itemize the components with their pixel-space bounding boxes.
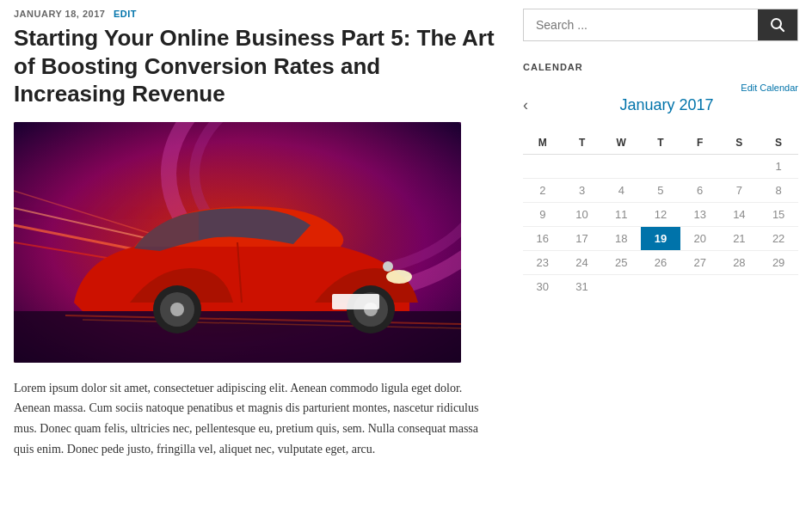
calendar-day-cell[interactable]: 19 (641, 227, 680, 251)
svg-point-17 (386, 270, 412, 284)
calendar-day-header: S (759, 132, 798, 155)
calendar-day-cell (563, 155, 602, 179)
calendar-day-cell[interactable]: 29 (759, 251, 798, 275)
calendar-day-cell (523, 155, 563, 179)
calendar-day-cell[interactable]: 20 (680, 227, 720, 251)
calendar-day-cell[interactable]: 6 (680, 179, 720, 203)
calendar-day-cell[interactable]: 7 (720, 179, 760, 203)
calendar-header-row: Edit Calendar (523, 83, 798, 93)
calendar-day-cell[interactable]: 13 (680, 203, 720, 227)
calendar-day-cell[interactable]: 23 (523, 251, 563, 275)
calendar-day-cell[interactable]: 15 (759, 203, 798, 227)
calendar-day-cell[interactable]: 28 (720, 251, 760, 275)
calendar-day-cell[interactable]: 10 (563, 203, 602, 227)
calendar-day-cell (680, 155, 720, 179)
calendar-nav: ‹ January 2017 (523, 96, 798, 121)
sidebar: CALENDAR Edit Calendar ‹ January 2017 MT… (523, 9, 798, 460)
calendar-day-cell[interactable]: 5 (641, 179, 680, 203)
calendar-day-cell[interactable]: 3 (563, 179, 602, 203)
calendar-day-cell[interactable]: 12 (641, 203, 680, 227)
calendar-day-cell (720, 275, 760, 299)
svg-point-16 (170, 303, 184, 316)
svg-point-18 (383, 261, 393, 272)
calendar-day-header: T (563, 132, 602, 155)
calendar-day-cell[interactable]: 30 (523, 275, 563, 299)
calendar-day-cell[interactable]: 18 (601, 227, 641, 251)
calendar-day-cell (759, 275, 798, 299)
search-input[interactable] (524, 9, 758, 40)
edit-calendar-link[interactable]: Edit Calendar (741, 83, 798, 93)
calendar-day-cell[interactable]: 9 (523, 203, 563, 227)
calendar-day-header: M (523, 132, 563, 155)
calendar-day-cell[interactable]: 24 (563, 251, 602, 275)
calendar-day-header: F (680, 132, 720, 155)
calendar-prev-button[interactable]: ‹ (523, 96, 528, 114)
calendar-day-cell[interactable]: 2 (523, 179, 563, 203)
page-layout: JANUARY 18, 2017 EDIT Starting Your Onli… (14, 9, 798, 460)
calendar-day-cell[interactable]: 1 (759, 155, 798, 179)
svg-line-21 (780, 28, 784, 32)
calendar-day-cell (601, 155, 641, 179)
post-date: JANUARY 18, 2017 (14, 9, 105, 19)
calendar-day-cell[interactable]: 11 (601, 203, 641, 227)
calendar-day-cell (601, 275, 641, 299)
calendar-day-cell[interactable]: 16 (523, 227, 563, 251)
calendar-day-cell[interactable]: 17 (563, 227, 602, 251)
calendar-day-cell[interactable]: 27 (680, 251, 720, 275)
calendar-day-cell[interactable]: 31 (563, 275, 602, 299)
calendar-month-year: January 2017 (535, 96, 798, 114)
search-button[interactable] (758, 9, 797, 40)
calendar-section-title: CALENDAR (523, 62, 798, 72)
calendar-day-cell (641, 275, 680, 299)
search-icon (770, 17, 785, 33)
post-title: Starting Your Online Business Part 5: Th… (14, 24, 495, 108)
calendar-day-cell[interactable]: 4 (601, 179, 641, 203)
calendar-day-cell[interactable]: 26 (641, 251, 680, 275)
calendar-day-cell[interactable]: 14 (720, 203, 760, 227)
calendar-day-header: S (720, 132, 760, 155)
calendar-day-cell (720, 155, 760, 179)
calendar-widget: CALENDAR Edit Calendar ‹ January 2017 MT… (523, 62, 798, 298)
calendar-day-cell[interactable]: 21 (720, 227, 760, 251)
calendar-day-cell[interactable]: 8 (759, 179, 798, 203)
post-excerpt: Lorem ipsum dolor sit amet, consectetuer… (14, 378, 495, 460)
calendar-day-cell[interactable]: 22 (759, 227, 798, 251)
main-content: JANUARY 18, 2017 EDIT Starting Your Onli… (14, 9, 495, 460)
search-widget (523, 9, 798, 41)
calendar-day-header: W (601, 132, 641, 155)
post-meta: JANUARY 18, 2017 EDIT (14, 9, 495, 19)
calendar-day-cell (680, 275, 720, 299)
post-image (14, 122, 461, 363)
calendar-day-cell (641, 155, 680, 179)
calendar-day-cell[interactable]: 25 (601, 251, 641, 275)
svg-rect-19 (332, 294, 379, 309)
calendar-table: MTWTFSS 12345678910111213141516171819202… (523, 132, 798, 298)
edit-link[interactable]: EDIT (114, 9, 137, 19)
calendar-day-header: T (641, 132, 680, 155)
